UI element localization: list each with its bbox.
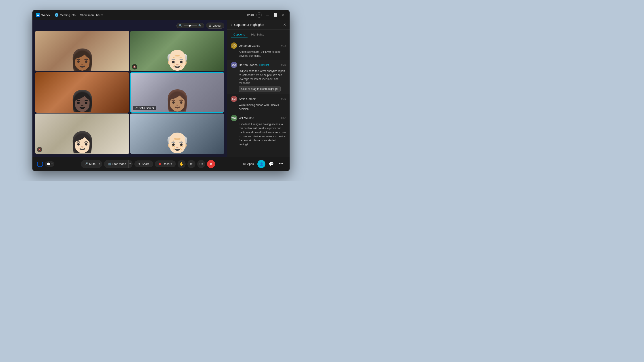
right-panel: ∨ Captions & Highlights ✕ Captions Highl…: [227, 20, 290, 157]
maximize-button[interactable]: ⬜: [272, 12, 278, 18]
zoom-out-icon[interactable]: 🔍: [179, 24, 182, 27]
caption-timestamp: 0:52: [281, 117, 286, 119]
toolbar-center: 🎤 Mute ▾ 📹 Stop video ▾ ⬆ Share ⏺: [54, 160, 241, 168]
panel-title-text: Captions & Highlights: [234, 23, 264, 26]
end-call-button[interactable]: ✕: [207, 160, 215, 168]
panel-title: ∨ Captions & Highlights: [231, 23, 264, 26]
loading-indicator: [37, 161, 43, 167]
end-call-icon: ✕: [210, 162, 212, 166]
participant-video-6: 👴🏻: [130, 113, 224, 154]
help-button[interactable]: ?: [256, 12, 262, 18]
apps-button[interactable]: ⊞ Apps: [241, 161, 256, 167]
tab-captions[interactable]: Captions: [231, 31, 248, 38]
stop-video-label: Stop video: [112, 162, 126, 166]
bottom-toolbar: 💬 ▾ 🎤 Mute ▾ 📹 Stop video ▾: [32, 157, 290, 171]
app-name: Webex: [41, 13, 50, 17]
show-menu-label: Show menu bar: [80, 13, 100, 17]
layout-button[interactable]: ⊞ Layout: [206, 22, 224, 28]
layout-label: Layout: [213, 24, 222, 27]
record-button[interactable]: ⏺ Record: [155, 160, 176, 167]
caption-text: Did you send the latest analytics report…: [231, 69, 286, 85]
stop-video-button[interactable]: 📹 Stop video: [104, 160, 128, 168]
webex-icon: W: [36, 13, 40, 17]
more-button[interactable]: •••: [197, 160, 205, 168]
mute-button-group: 🎤 Mute ▾: [81, 160, 102, 168]
meeting-info-icon: i: [55, 13, 58, 17]
mute-chevron[interactable]: ▾: [98, 160, 102, 168]
more-icon: •••: [199, 162, 203, 166]
caption-timestamp: 0:36: [281, 97, 286, 100]
close-button[interactable]: ✕: [281, 12, 286, 18]
participant-video-1: 👩🏾: [35, 31, 129, 71]
zoom-in-icon[interactable]: 🔍: [198, 24, 202, 27]
panel-close-button[interactable]: ✕: [283, 22, 286, 27]
caption-header: DO Darren Owens Highlight 0:22: [231, 62, 286, 68]
zoom-control[interactable]: 🔍 🔍: [176, 23, 204, 28]
meeting-info-button[interactable]: i Meeting info: [53, 12, 77, 18]
chat-button[interactable]: 💬: [267, 160, 275, 168]
caption-user: DO Darren Owens Highlight: [231, 62, 269, 68]
effects-icon: ↺: [190, 162, 193, 166]
layout-icon: ⊞: [209, 24, 211, 27]
caption-timestamp: 0:12: [281, 44, 286, 47]
participants-icon: 👤: [260, 162, 264, 166]
record-icon: ⏺: [158, 162, 162, 166]
caption-username: Sofia Gomez: [239, 97, 256, 100]
minimize-button[interactable]: —: [264, 12, 270, 18]
show-menu-chevron: ▾: [101, 13, 103, 17]
caption-username: Darren Owens: [239, 63, 258, 67]
share-icon: ⬆: [138, 162, 140, 166]
app-logo: W Webex: [36, 13, 50, 17]
share-label: Share: [142, 162, 150, 166]
mute-label: Mute: [89, 162, 96, 166]
reactions-button[interactable]: ✋: [178, 160, 186, 168]
caption-text: And that's where I think we need to deve…: [231, 50, 286, 58]
participant-video-3: 👩🏿: [35, 72, 129, 113]
mute-button[interactable]: 🎤 Mute: [81, 160, 98, 168]
caption-username: Jonathon Garcia: [239, 44, 260, 47]
app-window: W Webex i Meeting info Show menu bar ▾ 1…: [32, 10, 290, 171]
more-right-button[interactable]: •••: [277, 160, 285, 168]
highlight-tooltip: Click or drag to create highlight: [239, 86, 281, 92]
caption-icon: 💬: [47, 162, 50, 166]
video-cell: 👩🏾: [35, 31, 129, 71]
caption-user: WW Will Weston: [231, 115, 254, 121]
video-icon: 📹: [108, 162, 111, 166]
participant-video-5: 👩🏻: [35, 113, 129, 154]
caption-header: WW Will Weston 0:52: [231, 115, 286, 121]
caption-toggle[interactable]: 💬 ▾: [45, 161, 54, 167]
participants-button[interactable]: 👤: [258, 160, 266, 168]
zoom-slider[interactable]: [184, 25, 197, 26]
participant-name: Sofia Gomez: [139, 107, 154, 110]
avatar: DO: [231, 62, 237, 68]
caption-header: JG Jonathon Garcia 0:12: [231, 42, 286, 49]
tab-highlights[interactable]: Highlights: [248, 31, 266, 38]
caption-item: SG Sofia Gomez 0:36 We're moving ahead w…: [227, 94, 290, 113]
toolbar-right: ⊞ Apps 👤 💬 •••: [241, 160, 285, 168]
main-content: 🔍 🔍 ⊞ Layout 👩🏾: [32, 20, 290, 157]
clock: 12:40: [246, 13, 254, 17]
caption-text: We're moving ahead with Friday's decisio…: [231, 103, 286, 111]
avatar: WW: [231, 115, 237, 121]
toolbar-left: 💬 ▾: [37, 161, 54, 167]
participant-name-label: 🎤 Sofia Gomez: [133, 106, 156, 110]
meeting-info-label: Meeting info: [60, 13, 76, 17]
caption-chevron: ▾: [52, 163, 52, 165]
panel-tabs: Captions Highlights: [227, 30, 290, 38]
show-menu-button[interactable]: Show menu bar ▾: [80, 13, 103, 17]
video-grid: 👩🏾 👴🏻 🔇 👩🏿: [35, 31, 224, 154]
caption-item: JG Jonathon Garcia 0:12 And that's where…: [227, 41, 290, 60]
video-cell: 👩🏻 🔇: [35, 113, 129, 154]
video-chevron[interactable]: ▾: [128, 160, 132, 168]
panel-chevron[interactable]: ∨: [231, 23, 233, 26]
caption-username: Will Weston: [239, 116, 254, 120]
more-right-icon: •••: [279, 162, 283, 166]
avatar: JG: [231, 42, 237, 49]
panel-header: ∨ Captions & Highlights ✕: [227, 20, 290, 30]
panel-content: JG Jonathon Garcia 0:12 And that's where…: [227, 38, 290, 157]
caption-item: WW Will Weston 0:52 Excellent. I imagine…: [227, 113, 290, 148]
window-controls: ? — ⬜ ✕: [256, 12, 286, 18]
video-cell-active: 👩🏽 🎤 Sofia Gomez: [130, 72, 224, 113]
share-button[interactable]: ⬆ Share: [134, 160, 153, 167]
effects-button[interactable]: ↺: [188, 160, 196, 168]
